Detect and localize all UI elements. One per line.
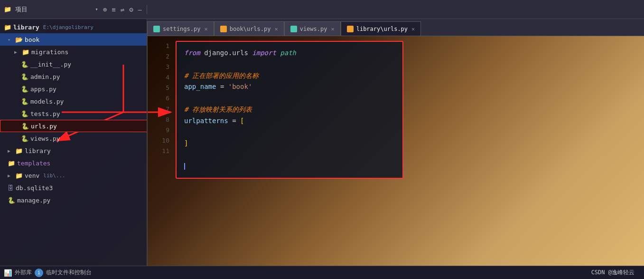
tree-item-db[interactable]: 🗄 db.sqlite3 [0,182,147,194]
book-folder-icon: 📂 [15,36,23,43]
toolbar-dropdown-icon[interactable]: ▾ [95,6,98,12]
book-arrow: ▾ [8,37,13,42]
venv-folder-icon: 📁 [15,172,23,179]
library-sub-folder-icon: 📁 [15,147,23,154]
tree-item-views[interactable]: 🐍 views.py [0,132,147,144]
code-line-11 [184,161,395,172]
tab-close-library-urls[interactable]: ✕ [411,26,415,32]
tree-item-admin[interactable]: 🐍 admin.py [0,70,147,83]
code-line-2 [184,59,395,70]
apps-file-icon: 🐍 [21,86,28,93]
tree-item-migrations[interactable]: ▶ 📁 migrations [0,46,147,58]
views-file-icon: 🐍 [21,135,28,142]
op-equals: = [220,83,228,90]
tab-icon-library-urls [347,26,354,32]
file-tree: 📁 library E:\djangolibrary ▾ 📂 book ▶ 📁 … [0,19,147,252]
migrations-arrow: ▶ [14,49,20,55]
models-file-icon: 🐍 [21,98,28,105]
tree-item-venv[interactable]: ▶ 📁 venv lib\... [0,169,147,182]
tab-library-urls[interactable]: library\urls.py ✕ [341,21,421,36]
kw-from: from [184,49,200,57]
urls-label: urls.py [31,123,57,130]
add-icon[interactable]: ⊕ [102,5,108,14]
tree-item-book[interactable]: ▾ 📂 book [0,33,147,46]
tree-item-tests[interactable]: 🐍 tests.py [0,107,147,120]
toolbar-left: 📁 项目 ▾ ⊕ ≡ ⇌ ⚙ — [0,5,147,14]
urls-file-icon: 🐍 [21,123,29,130]
line-num-2: 2 [152,51,169,62]
kw-path: path [280,49,296,57]
line-num-1: 1 [152,41,169,51]
kw-import: import [252,49,276,57]
tab-label-library-urls: library\urls.py [356,26,408,32]
list-icon[interactable]: ≡ [111,5,116,14]
tab-close-book-urls[interactable]: ✕ [274,26,278,32]
toolbar-icons: ⊕ ≡ ⇌ ⚙ — [102,5,143,14]
bracket-close: ] [184,139,188,147]
admin-file-icon: 🐍 [21,73,28,80]
code-line-9: ] [184,138,395,149]
code-line-7: urlpatterns = [ [184,115,395,127]
bracket-open: [ [240,117,244,125]
line-num-3: 3 [152,62,169,72]
tab-views[interactable]: views.py ✕ [284,21,341,36]
db-label: db.sqlite3 [16,184,53,192]
tests-file-icon: 🐍 [21,110,28,117]
tree-item-library[interactable]: ▶ 📁 library [0,144,147,157]
watermark-text: CSDN @逸峰轻云 [591,269,635,277]
init-label: __init__.py [30,61,71,68]
tab-label-views: views.py [300,26,327,32]
editor-area: 1 2 3 4 5 6 7 8 9 10 11 from django.urls… [147,36,644,266]
tab-label-settings: settings.py [163,26,200,32]
code-line-8 [184,127,395,138]
scratch-label[interactable]: 临时文件和控制台 [46,269,92,277]
project-folder-icon: 📁 [4,6,11,13]
panel-resizer[interactable] [147,19,148,266]
venv-arrow: ▶ [8,173,13,178]
migrations-folder-icon: 📁 [22,48,29,56]
tab-settings[interactable]: settings.py ✕ [147,21,214,36]
line-num-9: 9 [152,125,169,135]
scratch-icon: i [35,269,43,277]
minimize-icon[interactable]: — [137,5,143,14]
models-label: models.py [30,98,64,105]
line-num-5: 5 [152,83,169,93]
tree-item-templates[interactable]: 📁 templates [0,157,147,169]
text-cursor [184,163,185,170]
tab-close-views[interactable]: ✕ [331,26,334,32]
tab-book-urls[interactable]: book\urls.py ✕ [214,21,284,36]
tree-item-init[interactable]: 🐍 __init__.py [0,58,147,70]
tree-item-urls[interactable]: 🐍 urls.py [0,120,147,132]
code-box[interactable]: from django.urls import path # 正在部署的应用的名… [176,41,403,179]
tab-close-settings[interactable]: ✕ [204,26,207,32]
bar-chart-icon: 📊 [4,269,12,277]
library-path: E:\djangolibrary [43,24,93,30]
templates-folder-icon: 📁 [8,160,15,167]
settings-icon[interactable]: ⚙ [128,5,134,14]
library-folder-icon: 📁 [4,24,11,31]
tree-root-library[interactable]: 📁 library E:\djangolibrary [0,21,147,33]
code-line-3-comment: # 正在部署的应用的名称 [184,70,395,82]
db-file-icon: 🗄 [8,184,14,192]
toolbar: 📁 项目 ▾ ⊕ ≡ ⇌ ⚙ — [0,0,644,19]
code-django-urls: django.urls [204,49,252,57]
library-arrow: ▶ [8,148,13,154]
ext-lib-label[interactable]: 外部库 [15,269,32,277]
tab-label-book-urls: book\urls.py [230,26,271,32]
statusbar-left: 📊 外部库 i 临时文件和控制台 [4,269,151,277]
toolbar-title: 项目 [15,5,91,14]
apps-label: apps.py [30,86,56,93]
str-book: 'book' [228,83,252,90]
code-line-1: from django.urls import path [184,48,395,59]
var-urlpatterns: urlpatterns [184,117,228,125]
manage-file-icon: 🐍 [8,197,15,204]
collapse-icon[interactable]: ⇌ [120,5,125,14]
tab-icon-settings [153,26,160,32]
manage-label: manage.py [17,197,50,204]
tree-item-models[interactable]: 🐍 models.py [0,95,147,107]
library-label: library [13,24,39,31]
code-line-4: app_name = 'book' [184,81,395,93]
tree-item-manage[interactable]: 🐍 manage.py [0,194,147,206]
tree-item-apps[interactable]: 🐍 apps.py [0,83,147,95]
code-line-5 [184,93,395,104]
